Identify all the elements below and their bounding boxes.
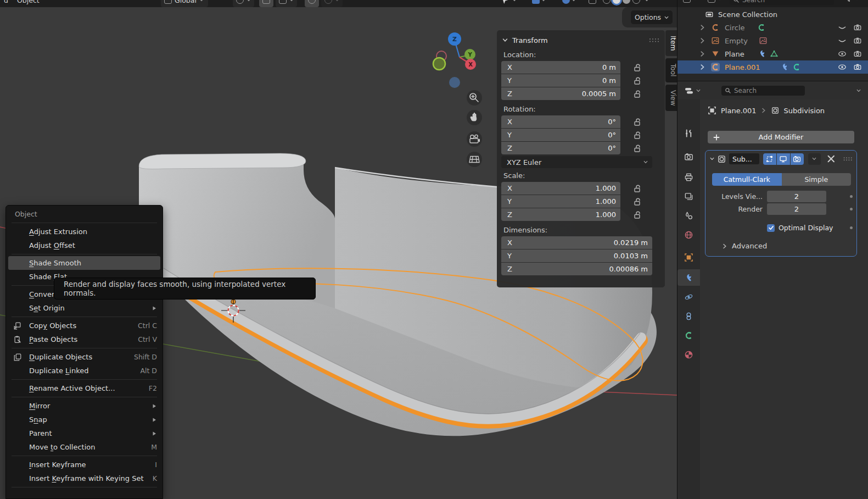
menu-object[interactable]: Object [14,0,42,7]
outliner-filter-mode-dropdown[interactable] [708,0,722,3]
optimal-display-checkbox[interactable] [767,224,775,232]
expand-chevron-icon[interactable] [699,63,705,71]
tab-world[interactable] [677,226,700,243]
material-shading-icon[interactable] [623,0,630,4]
render-display-toggle[interactable] [791,153,804,165]
lock-icon[interactable] [632,89,642,99]
tab-scene[interactable] [677,207,700,224]
menu-item-set-origin[interactable]: Set Origin [6,301,163,315]
levels-render-field[interactable]: 2 [767,203,826,215]
menu-item-shade-smooth[interactable]: Shade Smooth [8,256,160,270]
camera-visibility-icon[interactable] [853,49,862,58]
modifier-name-field[interactable]: Sub... [729,153,759,164]
eye-icon[interactable] [838,63,847,71]
outliner-display-mode-dropdown[interactable] [683,0,697,3]
editor-type-dropdown[interactable] [684,86,701,96]
properties-search[interactable] [721,86,805,96]
transform-orientation-dropdown[interactable]: Global [161,0,208,7]
panel-collapse-icon[interactable] [502,37,508,43]
menu-item-mirror[interactable]: Mirror [6,399,163,413]
breadcrumb-modifier[interactable]: Subdivision [784,107,825,115]
tab-view[interactable]: View [665,85,677,111]
solid-shading-icon[interactable] [613,0,620,4]
realtime-display-toggle[interactable] [777,153,790,165]
tab-constraints[interactable] [677,308,700,324]
gizmo-negy-ball[interactable] [433,58,445,70]
tab-object[interactable] [677,249,700,265]
hide-icon[interactable] [838,23,847,32]
menu-item-insert-keyframe-keying-set[interactable]: Insert Keyframe with Keying SetK [6,472,163,485]
snap-toggle[interactable] [259,0,273,7]
menu-item-copy-objects[interactable]: Copy ObjectsCtrl C [6,319,163,332]
tab-tool-settings[interactable] [677,125,700,141]
outliner-filter-dropdown[interactable] [845,0,859,3]
add-modifier-button[interactable]: Add Modifier [708,131,854,143]
panel-grip-icon[interactable] [648,37,659,43]
gizmo-negz-ball[interactable] [449,77,460,88]
decorator-dot[interactable] [850,226,853,229]
menu-item-move-to-collection[interactable]: Move to CollectionM [6,440,163,454]
scale-x-field[interactable]: X1.000 [501,182,620,195]
menu-add-partial[interactable]: d [1,0,11,7]
scale-z-field[interactable]: Z1.000 [501,208,620,221]
menu-item-adjust-offset[interactable]: Adjust Offset [6,239,163,252]
decorator-dot[interactable] [850,208,853,210]
expand-chevron-icon[interactable] [699,49,705,58]
simple-button[interactable]: Simple [782,173,852,186]
scale-y-field[interactable]: Y1.000 [501,195,620,208]
camera-visibility-icon[interactable] [853,23,862,32]
select-tool-dropdown[interactable] [499,0,520,7]
pivot-point-dropdown[interactable] [233,0,254,7]
lock-icon[interactable] [632,143,642,153]
hide-icon[interactable] [838,36,847,45]
catmull-clark-button[interactable]: Catmull-Clark [712,173,782,186]
lock-icon[interactable] [632,63,642,73]
menu-item-duplicate-objects[interactable]: Duplicate ObjectsShift D [6,350,163,364]
menu-item-insert-keyframe[interactable]: Insert KeyframeI [6,458,163,472]
lock-icon[interactable] [632,130,642,140]
camera-visibility-icon[interactable] [853,36,862,45]
overlays-dropdown[interactable] [559,0,579,7]
outliner-row-circle[interactable]: Circle [677,21,868,34]
options-dropdown[interactable]: Options [631,10,673,24]
rendered-shading-icon[interactable] [632,0,640,4]
location-y-field[interactable]: Y0 m [501,74,620,87]
outliner-row-scene-collection[interactable]: Scene Collection [677,8,868,21]
outliner-search-input[interactable] [742,0,803,4]
lock-icon[interactable] [632,117,642,127]
advanced-section-toggle[interactable]: Advanced [722,242,767,250]
outliner-row-empty[interactable]: Empty [677,34,868,47]
modifier-extras-dropdown[interactable] [808,153,821,165]
levels-viewport-field[interactable]: 2 [767,191,826,202]
tab-modifiers[interactable] [677,269,700,286]
outliner-search[interactable] [730,0,834,5]
camera-visibility-icon[interactable] [853,63,862,71]
dimensions-z-field[interactable]: Z0.00086 m [501,263,652,275]
dimensions-y-field[interactable]: Y0.0103 m [501,250,652,262]
tab-view-layer[interactable] [677,188,700,204]
drag-grip-icon[interactable] [843,156,853,162]
properties-search-input[interactable] [734,87,794,95]
rotation-z-field[interactable]: Z0° [501,142,620,154]
eye-icon[interactable] [838,49,847,58]
tab-material[interactable] [677,346,700,363]
tab-output[interactable] [677,169,700,185]
menu-item-duplicate-linked[interactable]: Duplicate LinkedAlt D [6,364,163,378]
wireframe-shading-icon[interactable] [603,0,611,4]
lock-icon[interactable] [632,197,642,207]
tab-object-data[interactable] [677,327,700,343]
tab-tool[interactable]: Tool [665,58,677,82]
tab-render[interactable] [677,148,700,165]
falloff-dropdown[interactable] [321,0,343,7]
tab-physics[interactable] [677,289,700,305]
panel-collapse-icon[interactable] [710,157,714,161]
lock-icon[interactable] [632,210,642,220]
menu-item-rename-active-object[interactable]: Rename Active Object...F2 [6,381,163,395]
rotation-mode-dropdown[interactable]: XYZ Euler [501,156,652,168]
xray-toggle[interactable] [589,0,596,7]
location-x-field[interactable]: X0 m [501,61,620,74]
close-icon[interactable] [827,154,836,163]
rotation-x-field[interactable]: X0° [501,115,620,128]
menu-item-parent[interactable]: Parent [6,426,163,440]
chevron-down-icon[interactable] [856,88,861,93]
